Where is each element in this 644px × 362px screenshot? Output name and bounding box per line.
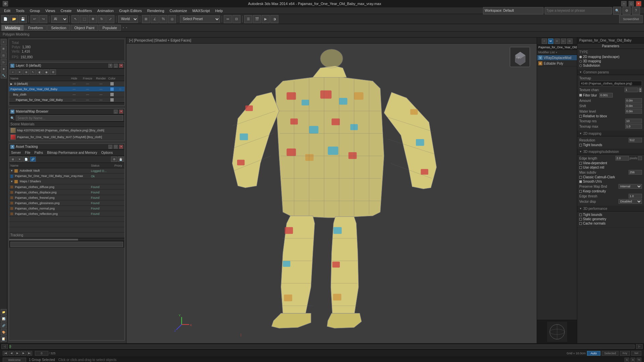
make-current-btn[interactable]: ◉ <box>43 69 49 75</box>
play-begin-btn[interactable]: |◀ <box>3 351 8 356</box>
workspace-dropdown[interactable] <box>483 7 543 14</box>
common-params-header[interactable]: ▼ Common params <box>577 70 644 75</box>
set-key-btn[interactable]: Set <box>631 351 641 356</box>
material-panel-minimize[interactable]: _ <box>114 110 118 114</box>
texture-chan-up[interactable]: ▲ <box>639 87 642 90</box>
layer-row-boy-cloth[interactable]: Boy_cloth — — — <box>9 92 124 97</box>
motion-tab-btn[interactable]: ▷ <box>561 39 566 44</box>
create-layer-btn[interactable]: + <box>10 69 16 75</box>
view-dependent-checkbox[interactable]: View-dependent <box>579 161 642 165</box>
tab-freeform[interactable]: Freeform <box>24 25 47 31</box>
motion-icon[interactable]: ▷ <box>1 59 7 65</box>
menu-edit[interactable]: Edit <box>1 7 13 14</box>
auto-key-btn[interactable]: Auto <box>587 351 600 356</box>
menu-customize[interactable]: Customize <box>167 7 190 14</box>
modify-icon[interactable]: ⊞ <box>1 46 7 52</box>
save-button[interactable]: 💾 <box>19 15 27 23</box>
asset-row-fresnel[interactable]: Pajamas_clothes_fresnel.png Found <box>9 195 124 200</box>
percent-snap[interactable]: % <box>159 15 167 23</box>
maxscript-editor-icon[interactable]: 📝 <box>1 336 7 342</box>
asset-btn-2[interactable]: ✕ <box>16 157 22 162</box>
asset-path-input[interactable] <box>10 242 123 247</box>
texmap-max-input[interactable] <box>625 124 642 129</box>
modify-tab-btn[interactable]: M <box>548 39 553 44</box>
view-dropdown[interactable]: World <box>118 15 138 23</box>
asset-menu-options[interactable]: Options <box>99 150 115 156</box>
search-field[interactable] <box>545 7 612 14</box>
3d-mapping-header[interactable]: ▼ 3D mapping/subdivision <box>577 149 644 155</box>
asset-row-vault[interactable]: ▼ Autodesk Vault Logged O... <box>9 168 124 174</box>
move-tool[interactable]: ✥ <box>89 15 97 23</box>
water-level-input[interactable] <box>625 109 642 114</box>
rotate-tool[interactable]: ↻ <box>98 15 106 23</box>
menu-create[interactable]: Create <box>58 7 74 14</box>
render-preset[interactable]: Select Preset <box>180 15 220 23</box>
color-clip-icon[interactable]: 🎨 <box>1 329 7 335</box>
use-obj-mtl-checkbox[interactable]: Use object mtl <box>579 166 642 169</box>
render-frame[interactable]: ▶ <box>262 15 270 23</box>
asset-row-max-file[interactable]: Pajamas_for_One_Year_Old_Baby_max_vray.m… <box>9 174 124 179</box>
asset-panel-minimize[interactable]: _ <box>108 145 112 149</box>
mirror-tool[interactable]: ⇔ <box>224 15 232 23</box>
schematic-view-icon[interactable]: 🔗 <box>1 322 7 328</box>
texture-chan-input[interactable] <box>625 87 638 92</box>
asset-row-diffuse[interactable]: Pajamas_clothes_diffuse.png Found <box>9 184 124 190</box>
asset-btn-3[interactable]: 📄 <box>23 157 29 162</box>
asset-menu-server[interactable]: Server <box>9 150 23 156</box>
screenshot-btn[interactable]: ScreenShot <box>619 15 643 23</box>
snap-toggle[interactable]: ⊞ <box>142 15 150 23</box>
modifier-editable-poly[interactable]: E Editable Poly <box>537 61 577 66</box>
redo-button[interactable]: ↪ <box>39 15 47 23</box>
relative-bbox-checkbox[interactable]: Relative to bbox <box>579 114 642 118</box>
hierarchy-tab-btn[interactable]: H <box>554 39 560 44</box>
tab-populate[interactable]: Populate <box>99 25 120 31</box>
open-button[interactable]: 📂 <box>10 15 18 23</box>
asset-btn-5[interactable]: ⚙ <box>111 157 117 162</box>
settings-icon[interactable]: ⚙ <box>623 7 631 15</box>
material-item-vray[interactable]: Pajamas_for_One_Year_Old_Baby_MAT (VRayM… <box>9 134 124 140</box>
asset-menu-bitmap[interactable]: Bitmap Performance and Memory <box>45 150 99 156</box>
menu-rendering[interactable]: Rendering <box>145 7 167 14</box>
welcome-tab[interactable]: Welcome <box>3 358 26 362</box>
pct-indicator[interactable]: % <box>637 358 641 362</box>
play-end-btn[interactable]: ▶| <box>27 351 32 356</box>
time-track[interactable]: 0 <box>9 345 635 349</box>
2d-mapping-header[interactable]: ▼ 2D mapping <box>577 131 644 136</box>
delete-layer-btn[interactable]: ✕ <box>16 69 22 75</box>
current-frame-input[interactable] <box>35 351 48 356</box>
undo-button[interactable]: ↩ <box>31 15 39 23</box>
texmap-res-input[interactable] <box>625 119 642 123</box>
angle-snap[interactable]: ∠ <box>151 15 159 23</box>
edge-thresh-input[interactable] <box>629 194 642 198</box>
minimize-button[interactable]: − <box>621 1 627 6</box>
layer-manager[interactable]: ☰ <box>244 15 252 23</box>
nav-cube[interactable]: Top <box>510 47 530 67</box>
asset-btn-6[interactable]: 💾 <box>118 157 124 162</box>
texmap-display[interactable]: #248 (Pajamas_clothes_displace.png) <box>579 81 642 86</box>
material-search-input[interactable] <box>16 115 123 121</box>
tab-selection[interactable]: Selection <box>47 25 70 31</box>
create-tab-btn[interactable]: + <box>542 39 547 44</box>
classic-cr-checkbox[interactable]: Classic Catmull-Clark <box>579 175 642 179</box>
hierarchy-icon[interactable]: ⊡ <box>1 52 7 58</box>
play-btn[interactable]: ▶ <box>15 351 20 356</box>
select-tool[interactable]: ↖ <box>71 15 79 23</box>
layer-row-selected[interactable]: Pajamas_for_One_Year_Old_Baby — — — □ <box>9 86 124 92</box>
time-expand-btn[interactable]: ◁ <box>1 344 8 349</box>
time-expand-btn-right[interactable]: ▷ <box>636 344 643 349</box>
help-icon[interactable]: ? <box>632 7 640 15</box>
menu-modifiers[interactable]: Modifiers <box>74 7 95 14</box>
edge-length-input[interactable] <box>615 156 629 161</box>
3d-perf-header[interactable]: ▼ 3D performance <box>577 206 644 212</box>
viewport-content[interactable]: X Y Z Top | <box>126 44 537 343</box>
display-icon[interactable]: ◈ <box>1 66 7 72</box>
maximize-button[interactable]: □ <box>629 1 634 6</box>
layer-row[interactable]: ▶ 0 (default) — — — <box>9 81 124 86</box>
spinner-snap[interactable]: ◎ <box>168 15 176 23</box>
app-icon[interactable]: ⚙ <box>3 1 8 6</box>
tight-bounds-checkbox[interactable]: Tight bounds <box>579 143 642 147</box>
asset-row-displace[interactable]: Pajamas_clothes_displace.png Found <box>9 190 124 195</box>
select-mode-dropdown[interactable]: Al <box>51 15 68 23</box>
radio-2d-mapping[interactable]: 2D mapping (landscape) <box>579 55 642 59</box>
asset-panel-close[interactable]: ✕ <box>119 145 123 149</box>
